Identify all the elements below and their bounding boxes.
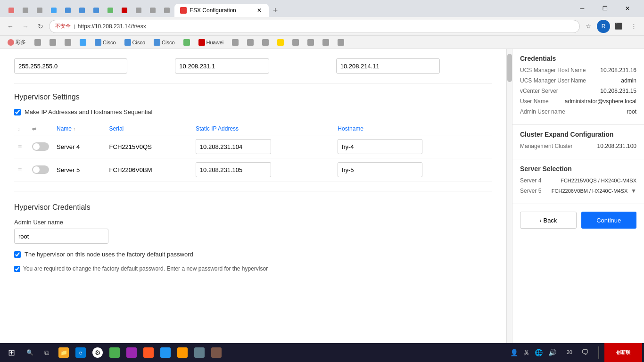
tray-user[interactable]: 👤	[508, 348, 520, 357]
bookmark-cisco1[interactable]: Cisco	[91, 38, 120, 47]
nav-bar: ← → ↻ 不安全 | https://10.208.231.14/#/esx …	[0, 17, 644, 36]
profile-button[interactable]: R	[597, 20, 610, 33]
favicon-tab1[interactable]	[5, 5, 18, 16]
forward-button[interactable]: →	[19, 20, 32, 33]
scrollbar[interactable]	[506, 49, 512, 343]
maximize-button[interactable]: ❐	[594, 2, 616, 15]
favicon-tab4[interactable]	[47, 5, 60, 16]
factory-default-checkbox[interactable]	[14, 251, 21, 258]
server4-toggle[interactable]	[32, 142, 49, 151]
bookmark-icon-caidu	[8, 39, 14, 46]
admin-user-value: root	[627, 108, 636, 115]
close-tab-button[interactable]: ✕	[256, 7, 263, 14]
server4-hostname-cell	[334, 135, 492, 158]
bookmark-cisco3[interactable]: Cisco	[150, 38, 179, 47]
favicon-tab8[interactable]	[104, 5, 117, 16]
refresh-button[interactable]: ↻	[34, 20, 47, 33]
bookmark-10[interactable]	[273, 38, 288, 47]
favicon-tab6[interactable]	[75, 5, 89, 16]
bookmark-14[interactable]	[334, 38, 348, 47]
active-tab[interactable]: ESX Configuration ✕	[174, 4, 269, 17]
taskbar-app5[interactable]	[174, 345, 190, 361]
back-button[interactable]: ←	[4, 20, 17, 33]
server5-ip-cell	[192, 158, 334, 181]
server4-sidebar-value: FCH2215V0QS / HX240C-M4SX	[561, 178, 636, 183]
favicon-tab12[interactable]	[160, 5, 173, 16]
bookmark-13[interactable]	[319, 38, 333, 47]
bookmark-cisco2[interactable]: Cisco	[121, 38, 149, 47]
app2-icon	[126, 347, 137, 358]
start-button[interactable]: ⊞	[2, 344, 21, 361]
bookmark-green[interactable]	[180, 38, 194, 47]
taskbar-chrome[interactable]: ⚙	[90, 345, 106, 361]
server4-hostname-input[interactable]	[338, 139, 422, 154]
favicon-tab3[interactable]	[33, 5, 46, 16]
drag-handle-icon[interactable]: ≡	[18, 143, 22, 150]
favicon-tab2[interactable]	[19, 5, 32, 16]
app6-icon	[194, 347, 205, 358]
bookmark-button[interactable]: ☆	[582, 20, 595, 33]
continue-button[interactable]: Continue	[581, 212, 637, 229]
bookmark-label-cisco3: Cisco	[162, 40, 175, 45]
bookmark-caidu[interactable]: 彩多	[4, 38, 30, 47]
favicon-tab9[interactable]	[118, 5, 131, 16]
address-bar[interactable]: 不安全 | https://10.208.231.14/#/esx	[49, 20, 580, 33]
new-tab-button[interactable]: +	[269, 4, 282, 17]
server4-ip-input[interactable]	[196, 139, 271, 154]
taskbar-search[interactable]: 🔍	[22, 345, 38, 361]
back-chevron-icon: ‹	[539, 217, 541, 224]
extensions-button[interactable]: ⬛	[612, 20, 625, 33]
favicon-tab5[interactable]	[61, 5, 74, 16]
col-serial-header[interactable]: Serial	[106, 123, 192, 135]
taskbar-app4[interactable]	[157, 345, 173, 361]
tab-title: ESX Configuration	[190, 7, 253, 14]
change-password-checkbox[interactable]	[14, 266, 20, 272]
bookmark-2[interactable]	[31, 38, 45, 47]
sequential-checkbox[interactable]	[14, 109, 21, 115]
dns-input[interactable]	[336, 58, 440, 74]
server5-dropdown-icon[interactable]: ▼	[631, 188, 636, 194]
favicon-tab10[interactable]	[132, 5, 145, 16]
bookmark-3[interactable]	[46, 38, 60, 47]
bookmark-label-caidu: 彩多	[16, 39, 26, 46]
tray-lang[interactable]: 英	[522, 348, 531, 357]
drag-handle-icon[interactable]: ≡	[18, 166, 22, 173]
taskbar-clock[interactable]: 20	[563, 349, 576, 356]
taskbar-app3[interactable]	[140, 345, 157, 361]
close-window-button[interactable]: ✕	[617, 2, 638, 15]
bookmark-8[interactable]	[243, 38, 257, 47]
minimize-button[interactable]: ─	[571, 2, 593, 15]
scroll-thumb[interactable]	[507, 54, 512, 82]
col-name-header[interactable]: Name ↑	[53, 123, 106, 135]
server5-toggle[interactable]	[32, 165, 49, 174]
bookmark-4[interactable]	[61, 38, 75, 47]
taskbar-app1[interactable]	[107, 345, 123, 361]
bookmark-12[interactable]	[304, 38, 318, 47]
taskbar-taskview[interactable]: ⧉	[39, 345, 55, 361]
favicon-tab11[interactable]	[146, 5, 159, 16]
tray-network[interactable]: 🌐	[533, 348, 545, 357]
gateway-input[interactable]	[175, 58, 269, 74]
server5-ip-input[interactable]	[196, 162, 271, 177]
bookmark-11[interactable]	[289, 38, 303, 47]
server5-hostname-input[interactable]	[338, 162, 422, 177]
taskbar-edge[interactable]: e	[73, 345, 89, 361]
menu-button[interactable]: ⋮	[627, 20, 640, 33]
taskbar-app2[interactable]	[124, 345, 140, 361]
back-button[interactable]: ‹ Back	[520, 212, 577, 229]
bookmark-7[interactable]	[228, 38, 242, 47]
show-desktop[interactable]	[594, 345, 603, 361]
taskbar-app6[interactable]	[191, 345, 207, 361]
favicon-tab7[interactable]	[90, 5, 103, 16]
bookmark-huawei[interactable]: Huawei	[195, 38, 228, 47]
ucs-host-value: 10.208.231.16	[600, 67, 636, 74]
taskbar-explorer[interactable]: 📁	[56, 345, 72, 361]
subnet-mask-input[interactable]	[14, 58, 127, 74]
bookmark-9[interactable]	[258, 38, 272, 47]
notification-button[interactable]: 🗨	[577, 345, 593, 361]
tray-volume[interactable]: 🔊	[546, 348, 558, 357]
taskbar-app7[interactable]	[208, 345, 224, 361]
bookmark-5[interactable]	[76, 38, 90, 47]
mgmt-cluster-value: 10.208.231.100	[597, 143, 636, 149]
admin-username-input[interactable]	[14, 229, 108, 244]
